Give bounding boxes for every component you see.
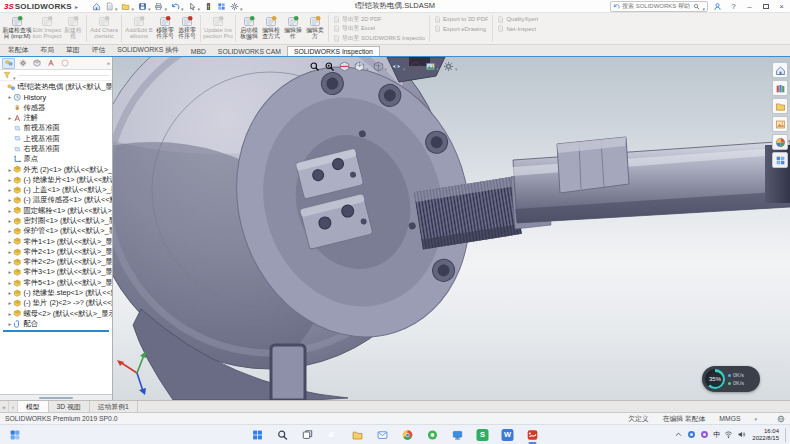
search-caret-icon[interactable] bbox=[702, 0, 705, 15]
select-balloons-button[interactable]: 选择零件序号 bbox=[176, 13, 198, 44]
file-explorer-tab[interactable] bbox=[772, 98, 788, 114]
open-button[interactable] bbox=[121, 0, 134, 15]
tree-item-wendu-chuanganqi[interactable]: ▸(-) 温度传感器<1> (默认<<默认>_ bbox=[0, 195, 112, 205]
propertymanager-tab[interactable] bbox=[16, 58, 29, 69]
tree-item-guding-luoshuan[interactable]: ▸固定螺栓<1> (默认<<默认>_显示 bbox=[0, 206, 112, 216]
app-browser-green-button[interactable] bbox=[424, 426, 442, 444]
new-document-button[interactable] bbox=[105, 0, 118, 15]
tray-app-blue-button[interactable] bbox=[687, 430, 696, 439]
edit-operations-button[interactable]: 编辑操作 bbox=[282, 13, 304, 44]
viewport-3d[interactable]: 35% 0K/s0K/s bbox=[113, 57, 790, 400]
task-view-button[interactable] bbox=[299, 426, 317, 444]
assembly-model[interactable] bbox=[113, 57, 790, 400]
view-tab-3d-views[interactable]: 3D 视图 bbox=[49, 401, 90, 412]
close-button[interactable]: × bbox=[775, 0, 788, 13]
tab-sw-inspection[interactable]: SOLIDWORKS Inspection bbox=[287, 46, 380, 56]
hide-show-items-button[interactable] bbox=[391, 57, 406, 75]
tree-item-lingjian2-1[interactable]: ▸零件2<1> (默认<<默认>_显示状态 bbox=[0, 247, 112, 257]
app-chrome-button[interactable] bbox=[399, 426, 417, 444]
tree-root[interactable]: t型铠装热电偶 (默认<默认_显示状态-1 bbox=[0, 82, 112, 92]
rebuild-button[interactable] bbox=[204, 2, 213, 11]
tree-item-mifengquan[interactable]: ▸密封圈<1> (默认<<默认>_显示状 bbox=[0, 216, 112, 226]
tree-item-sensors[interactable]: 传感器 bbox=[0, 103, 112, 113]
tab-evaluate[interactable]: 评估 bbox=[86, 44, 112, 56]
tree-item-shanggai[interactable]: ▸(-) 上盖<1> (默认<<默认>_显示状 bbox=[0, 185, 112, 195]
filter-input-line[interactable] bbox=[18, 75, 109, 76]
edit-inspection-methods-button[interactable]: 编辑检查方式 bbox=[260, 13, 282, 44]
minimize-button[interactable]: – bbox=[743, 0, 756, 13]
display-style-button[interactable] bbox=[373, 57, 388, 75]
tray-expand-button[interactable] bbox=[674, 430, 683, 439]
tab-sw-addins[interactable]: SOLIDWORKS 插件 bbox=[111, 44, 185, 56]
home-button[interactable] bbox=[92, 2, 101, 11]
view-settings-button[interactable] bbox=[217, 2, 226, 11]
custom-properties-tab[interactable] bbox=[772, 152, 788, 168]
logo-expand-arrow-icon[interactable]: ▸ bbox=[75, 3, 78, 10]
dimxpertmanager-tab[interactable] bbox=[44, 58, 57, 69]
search-icon[interactable] bbox=[693, 3, 700, 10]
mail-button[interactable] bbox=[374, 426, 392, 444]
tree-item-lingjian2-2[interactable]: ▸零件2<2> (默认<<默认>_显示状态 bbox=[0, 257, 112, 267]
view-tab-model[interactable]: 模型 bbox=[18, 401, 49, 412]
tree-item-luomu[interactable]: ▸螺母<2> (默认<<默认>_显示状态 bbox=[0, 309, 112, 319]
tree-item-annotations[interactable]: ▸注解 bbox=[0, 113, 112, 123]
tab-assembly[interactable]: 装配体 bbox=[2, 44, 34, 56]
tab-mbd[interactable]: MBD bbox=[185, 47, 212, 56]
tab-scroll-first-icon[interactable]: « bbox=[0, 401, 9, 412]
tray-app-purple-button[interactable] bbox=[700, 430, 709, 439]
section-view-button[interactable] bbox=[339, 61, 350, 72]
taskbar-clock[interactable]: 16:04 2022/8/15 bbox=[752, 428, 779, 441]
tree-item-baohuguan[interactable]: ▸保护管<1> (默认<<默认>_显示状 bbox=[0, 226, 112, 236]
view-palette-tab[interactable] bbox=[772, 116, 788, 132]
design-library-tab[interactable] bbox=[772, 80, 788, 96]
tab-layout[interactable]: 布局 bbox=[34, 44, 60, 56]
undo-button[interactable] bbox=[171, 0, 184, 15]
launch-template-editor-button[interactable]: 启动模板编辑器 bbox=[238, 13, 260, 44]
print-button[interactable] bbox=[154, 0, 167, 15]
restore-button[interactable] bbox=[759, 0, 772, 13]
tree-item-jueyuandian-step[interactable]: ▸(-) 绝缘垫.step<1> (默认<<默认> bbox=[0, 288, 112, 298]
edge-button[interactable] bbox=[324, 426, 342, 444]
tree-item-jueyuan-dianpian[interactable]: ▸(-) 绝缘垫片<1> (默认<<默认>_显 bbox=[0, 175, 112, 185]
zoom-area-button[interactable] bbox=[324, 61, 335, 72]
tree-item-right-plane[interactable]: 右视基准面 bbox=[0, 144, 112, 154]
remove-balloons-button[interactable]: 移除零件序号 bbox=[154, 13, 176, 44]
tree-filter[interactable] bbox=[0, 70, 112, 81]
file-explorer-button[interactable] bbox=[349, 426, 367, 444]
login-button[interactable] bbox=[711, 0, 724, 13]
solidworks-button[interactable] bbox=[524, 426, 542, 444]
app-wps-w-button[interactable]: W bbox=[499, 426, 517, 444]
panel-tab-overflow[interactable]: » bbox=[107, 60, 110, 66]
app-docs-s-button[interactable]: S bbox=[474, 426, 492, 444]
configurationmanager-tab[interactable] bbox=[30, 58, 43, 69]
app-netdisk-button[interactable] bbox=[449, 426, 467, 444]
edit-appearance-button[interactable] bbox=[410, 61, 421, 72]
status-globe-icon[interactable] bbox=[777, 415, 785, 423]
tree-item-origin[interactable]: 原点 bbox=[0, 154, 112, 164]
search-scope-icon[interactable] bbox=[613, 3, 620, 10]
view-settings-button[interactable] bbox=[443, 57, 458, 75]
tree-item-waike[interactable]: ▸外壳 (2)<1> (默认<<默认>_显示状 bbox=[0, 164, 112, 174]
appearances-scenes-tab[interactable] bbox=[772, 134, 788, 150]
save-button[interactable] bbox=[138, 0, 151, 15]
displaymanager-tab[interactable] bbox=[58, 58, 71, 69]
tree-item-dianpian[interactable]: ▸(-) 垫片 (2)<2> ->? (默认<<默认> bbox=[0, 298, 112, 308]
zoom-fit-button[interactable] bbox=[309, 61, 320, 72]
tree-item-lingjian5[interactable]: ▸零件5<1> (默认<<默认>_显示状态 bbox=[0, 278, 112, 288]
start-button[interactable] bbox=[249, 426, 267, 444]
tree-item-mates[interactable]: ▸配合 bbox=[0, 319, 112, 329]
ime-mode-button[interactable]: 中 bbox=[713, 430, 720, 440]
edit-vendors-button[interactable]: 编辑卖方 bbox=[304, 13, 326, 44]
tree-item-lingjian3[interactable]: ▸零件3<1> (默认<<默认>_显示状态 bbox=[0, 267, 112, 277]
tree-item-front-plane[interactable]: 前视基准面 bbox=[0, 123, 112, 133]
search-button[interactable] bbox=[274, 426, 292, 444]
tree-item-top-plane[interactable]: 上视基准面 bbox=[0, 133, 112, 143]
solidworks-resources-tab[interactable] bbox=[772, 62, 788, 78]
tab-sw-cam[interactable]: SOLIDWORKS CAM bbox=[212, 47, 287, 56]
tab-sketch[interactable]: 草图 bbox=[60, 44, 86, 56]
show-desktop-button[interactable] bbox=[785, 428, 787, 442]
speed-monitor-widget[interactable]: 35% 0K/s0K/s bbox=[702, 366, 760, 392]
model-canvas[interactable] bbox=[113, 57, 790, 400]
filter-funnel-icon[interactable] bbox=[3, 71, 11, 79]
tree-item-history[interactable]: ▸History bbox=[0, 92, 112, 102]
